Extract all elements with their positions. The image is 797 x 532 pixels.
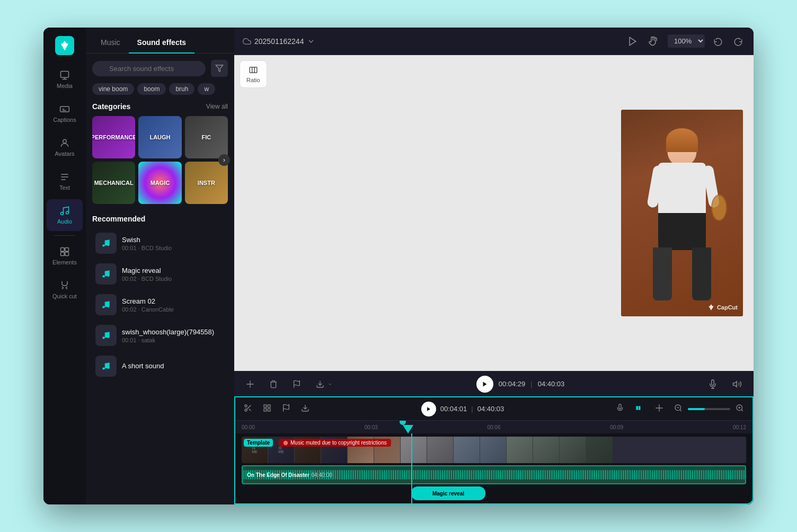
tl-time: 00:04:01 | 04:40:03	[421, 402, 504, 416]
tl-split-icon	[655, 404, 663, 412]
audio-effect-track-row: Magic reveal	[242, 486, 746, 500]
ruler-mark-0: 00:00	[242, 424, 255, 430]
tag-bruh[interactable]: bruh	[169, 83, 194, 95]
zoom-select[interactable]: 100% 75% 50% 150%	[668, 34, 705, 48]
svg-marker-15	[733, 381, 737, 387]
preview-figure	[621, 110, 743, 316]
split-button[interactable]	[243, 377, 258, 392]
sound-item-scream[interactable]: Scream 02 00:02 · CanonCable	[92, 290, 228, 320]
tracks-wrapper: Template Music muted due to copyright re…	[235, 433, 752, 503]
category-laugh[interactable]: LAUGH	[138, 116, 181, 158]
sound-meta: 00:01 · satak	[122, 337, 225, 343]
sidebar-item-captions[interactable]: Captions	[47, 97, 83, 129]
category-instr[interactable]: INSTR	[185, 162, 228, 204]
download-button[interactable]	[313, 377, 336, 392]
music-note-icon-4	[101, 331, 111, 340]
thumb-13	[586, 437, 613, 463]
ruler-mark-3: 00:09	[610, 424, 623, 430]
app-logo[interactable]	[55, 36, 74, 55]
thumb-11	[533, 437, 560, 463]
main-play-button[interactable]	[476, 376, 493, 393]
thumb-9	[480, 437, 507, 463]
svg-rect-23	[268, 409, 270, 411]
copyright-notice: Music muted due to copyright restriction…	[279, 439, 391, 447]
sidebar-item-quickcut[interactable]: Quick cut	[47, 274, 83, 306]
search-wrapper	[92, 61, 207, 76]
sound-info-scream: Scream 02 00:02 · CanonCable	[122, 297, 225, 313]
zoom-in-btn[interactable]	[733, 402, 746, 416]
timeline-add-btn[interactable]	[261, 402, 273, 416]
timeline-scissors-btn[interactable]	[242, 402, 254, 416]
sound-item-magic-reveal[interactable]: Magic reveal 00:02 · BCD Studio	[92, 259, 228, 289]
sound-meta: 00:02 · CanonCable	[122, 306, 225, 313]
split-icon	[246, 380, 254, 388]
filter-button[interactable]	[211, 60, 228, 77]
chevron-down-icon[interactable]	[307, 37, 315, 46]
svg-rect-21	[268, 405, 270, 407]
video-track[interactable]: Template Music muted due to copyright re…	[242, 437, 746, 463]
sidebar-item-avatars[interactable]: Avatars	[47, 131, 83, 163]
ratio-button[interactable]: Ratio	[240, 60, 267, 88]
tag-w[interactable]: w	[198, 83, 215, 95]
svg-line-19	[249, 409, 251, 411]
delete-button[interactable]	[266, 377, 281, 392]
categories-next-arrow[interactable]: ›	[218, 154, 230, 166]
svg-line-33	[741, 410, 743, 411]
mic-icon	[708, 379, 718, 389]
sound-item-short-sound[interactable]: A short sound	[92, 351, 228, 381]
svg-point-16	[245, 405, 247, 407]
preview-frame: CapCut	[621, 110, 743, 316]
sound-icon-swish	[95, 233, 117, 254]
speaker-button[interactable]	[729, 376, 745, 392]
tl-mic-btn[interactable]	[614, 402, 626, 416]
timeline-flag-btn[interactable]	[280, 402, 293, 416]
ruler-mark-2: 00:06	[487, 424, 500, 430]
undo-icon	[713, 37, 723, 46]
category-magic[interactable]: MAGIC	[138, 162, 181, 204]
grid-icon	[263, 404, 271, 412]
sound-item-swish[interactable]: Swish 00:01 · BCD Studio	[92, 228, 228, 258]
capcut-logo-small	[707, 304, 715, 311]
sidebar-item-text[interactable]: Text	[47, 165, 83, 197]
panel-content: Categories View all PERFORMANCE LAUGH FI…	[86, 100, 234, 504]
hand-tool-button[interactable]	[647, 34, 661, 49]
tag-boom[interactable]: boom	[137, 83, 166, 95]
play-button[interactable]	[625, 34, 640, 49]
zoom-controls	[672, 402, 746, 416]
zoom-track[interactable]	[688, 408, 730, 410]
left-panel: Music Sound effects vine boom boom bruh …	[86, 28, 234, 504]
tag-vine-boom[interactable]: vine boom	[92, 83, 134, 95]
mic-button[interactable]	[705, 376, 721, 392]
category-fic[interactable]: FIC	[185, 116, 228, 158]
sound-icon-short	[95, 356, 117, 377]
preview-video: CapCut	[621, 110, 743, 316]
tab-music[interactable]: Music	[92, 32, 129, 53]
tl-play-btn[interactable]	[421, 402, 436, 416]
flag-button[interactable]	[289, 377, 304, 392]
redo-button[interactable]	[731, 34, 745, 48]
minus-icon	[674, 404, 683, 412]
audio-effect-track[interactable]: Magic reveal	[411, 486, 485, 500]
svg-point-2	[63, 139, 67, 143]
timeline-ruler: 00:00 00:03 00:06 00:09 00:12	[235, 421, 752, 433]
audio-main-track[interactable]: On The Edge Of Disaster 04:40:00	[242, 465, 746, 484]
tl-speaker-btn[interactable]	[633, 401, 647, 416]
tl-split-btn[interactable]	[653, 402, 666, 416]
zoom-out-btn[interactable]	[672, 402, 685, 416]
view-all-link[interactable]: View all	[206, 103, 228, 110]
thumb-7	[427, 437, 454, 463]
category-mechanical[interactable]: MECHANICAL	[92, 162, 135, 204]
sidebar-item-elements[interactable]: Elements	[47, 240, 83, 272]
search-input[interactable]	[92, 61, 206, 76]
sidebar-item-media[interactable]: Media	[47, 64, 83, 95]
category-performance[interactable]: PERFORMANCE	[92, 116, 135, 158]
sound-item-swish-whoosh[interactable]: swish_whoosh(large)(794558) 00:01 · sata…	[92, 321, 228, 350]
sidebar-item-audio[interactable]: Audio	[47, 199, 83, 231]
timeline-dl-btn[interactable]	[299, 402, 312, 416]
playhead-line	[411, 433, 412, 503]
tab-sound-effects[interactable]: Sound effects	[129, 32, 195, 53]
sound-icon-scream	[95, 294, 117, 315]
thumb-6	[401, 437, 427, 463]
undo-button[interactable]	[711, 34, 725, 48]
copyright-icon	[283, 440, 288, 446]
